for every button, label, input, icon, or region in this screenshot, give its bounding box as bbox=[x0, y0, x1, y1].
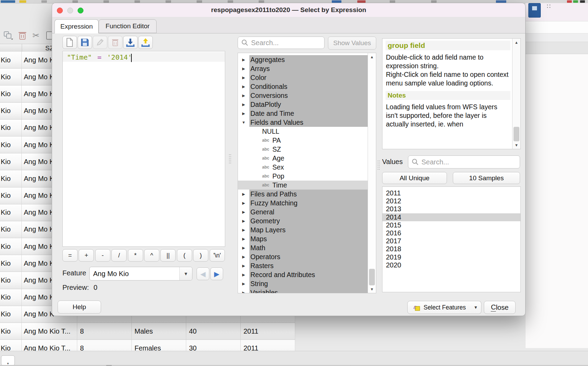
expand-arrow-icon[interactable] bbox=[238, 154, 249, 163]
operator-button[interactable]: + bbox=[79, 249, 94, 262]
values-search-input[interactable]: Search... bbox=[408, 155, 520, 169]
cell-pa[interactable]: Kio bbox=[0, 69, 22, 85]
expand-arrow-icon[interactable] bbox=[238, 145, 249, 154]
function-tree-item[interactable]: abc Geometry bbox=[238, 216, 368, 225]
expand-arrow-icon[interactable] bbox=[238, 163, 249, 172]
operator-button[interactable]: ( bbox=[177, 249, 192, 262]
expand-arrow-icon[interactable] bbox=[238, 234, 249, 243]
cell-pa[interactable]: Kio bbox=[0, 52, 22, 68]
function-tree-item[interactable]: abc Fuzzy Matching bbox=[238, 199, 368, 207]
copy-features-icon[interactable] bbox=[3, 31, 14, 40]
dialog-titlebar[interactable]: respopagesex2011to2020 — Select by Expre… bbox=[52, 3, 525, 17]
cell-pa[interactable]: Kio bbox=[0, 289, 22, 306]
function-tree-item[interactable]: abc Map Layers bbox=[238, 225, 368, 234]
function-tree-item[interactable]: abc DataPlotly bbox=[238, 100, 368, 109]
cell-pa[interactable]: Kio bbox=[0, 136, 22, 153]
cell-sz[interactable]: Ang Mo Kio T... bbox=[22, 323, 77, 339]
minimize-window-icon[interactable] bbox=[67, 8, 73, 13]
ten-samples-button[interactable]: 10 Samples bbox=[453, 172, 520, 184]
value-item[interactable]: 2016 bbox=[382, 229, 520, 237]
function-tree-item[interactable]: abc Time bbox=[238, 181, 368, 190]
expand-arrow-icon[interactable] bbox=[238, 270, 249, 279]
show-values-button[interactable]: Show Values bbox=[328, 37, 376, 50]
feature-select[interactable]: Ang Mo Kio ▼ bbox=[89, 267, 192, 281]
cell-sex[interactable]: Males bbox=[132, 323, 186, 339]
operator-button[interactable]: * bbox=[128, 249, 143, 262]
delete-expression-button[interactable] bbox=[108, 36, 122, 49]
value-item[interactable]: 2020 bbox=[382, 261, 520, 269]
expand-arrow-icon[interactable] bbox=[238, 73, 249, 82]
expand-arrow-icon[interactable] bbox=[238, 181, 249, 190]
cell-pa[interactable]: Kio bbox=[0, 306, 22, 323]
cell-pa[interactable]: Kio bbox=[0, 153, 22, 170]
value-item[interactable]: 2012 bbox=[382, 197, 520, 205]
help-button[interactable]: Help bbox=[58, 301, 101, 314]
function-tree-item[interactable]: abc String bbox=[238, 279, 368, 288]
tab-expression[interactable]: Expression bbox=[54, 19, 99, 33]
close-button[interactable]: Close bbox=[484, 301, 516, 314]
cell-pa[interactable]: Kio bbox=[0, 238, 22, 255]
operator-button[interactable]: '\n' bbox=[210, 249, 225, 262]
expand-arrow-icon[interactable] bbox=[238, 55, 249, 64]
function-tree-item[interactable]: abc SZ bbox=[238, 145, 368, 154]
value-item[interactable]: 2013 bbox=[382, 205, 520, 213]
expand-arrow-icon[interactable] bbox=[238, 225, 249, 234]
value-item[interactable]: 2019 bbox=[382, 253, 520, 261]
scrollbar-thumb[interactable] bbox=[369, 269, 375, 285]
operator-button[interactable]: ) bbox=[193, 249, 208, 262]
cell-pa[interactable]: Kio bbox=[0, 221, 22, 238]
expression-editor[interactable]: "Time"='2014' bbox=[62, 51, 225, 247]
value-item[interactable]: 2018 bbox=[382, 245, 520, 253]
cell-pa[interactable]: Kio bbox=[0, 85, 22, 102]
expand-arrow-icon[interactable] bbox=[238, 100, 249, 109]
scroll-down-icon[interactable]: ▼ bbox=[368, 287, 376, 291]
expand-arrow-icon[interactable] bbox=[238, 207, 249, 216]
cut-features-icon[interactable]: ✂ bbox=[32, 31, 39, 40]
function-tree-item[interactable]: abc Pop bbox=[238, 172, 368, 181]
function-tree-item[interactable]: abc Color bbox=[238, 73, 368, 82]
expand-arrow-icon[interactable] bbox=[238, 243, 249, 252]
scroll-up-icon[interactable]: ▲ bbox=[368, 55, 376, 59]
import-expression-button[interactable] bbox=[123, 36, 138, 49]
function-tree[interactable]: abc Aggregates abc Arrays abc Color bbox=[238, 53, 376, 293]
splitter-handle[interactable] bbox=[377, 160, 380, 170]
function-search-input[interactable]: Search... bbox=[238, 37, 325, 49]
delete-features-icon[interactable] bbox=[18, 31, 27, 40]
expand-arrow-icon[interactable] bbox=[238, 288, 249, 293]
expand-arrow-icon[interactable] bbox=[238, 261, 249, 270]
cell-age[interactable]: 8 bbox=[77, 323, 132, 339]
operator-button[interactable]: ^ bbox=[144, 249, 159, 262]
expand-arrow-icon[interactable] bbox=[238, 136, 249, 145]
function-tree-item[interactable]: abc Age bbox=[238, 154, 368, 163]
scroll-down-icon[interactable]: ▼ bbox=[512, 143, 520, 147]
cell-pa[interactable]: Kio bbox=[0, 204, 22, 221]
function-tree-item[interactable]: abc Math bbox=[238, 243, 368, 252]
cell-pa[interactable]: Kio bbox=[0, 187, 22, 204]
function-tree-item[interactable]: abc Fields and Values bbox=[238, 118, 368, 127]
tab-function-editor[interactable]: Function Editor bbox=[99, 19, 157, 33]
value-item[interactable]: 2015 bbox=[382, 221, 520, 229]
function-tree-item[interactable]: abc Date and Time bbox=[238, 109, 368, 118]
table-view-combo[interactable]: ▾ bbox=[1, 355, 15, 366]
cell-time[interactable]: 2011 bbox=[241, 323, 295, 339]
cell-pop[interactable]: 40 bbox=[186, 323, 241, 339]
expand-arrow-icon[interactable] bbox=[238, 199, 249, 207]
save-expression-button[interactable] bbox=[78, 36, 92, 49]
function-tree-item[interactable]: abc Files and Paths bbox=[238, 190, 368, 199]
expand-arrow-icon[interactable] bbox=[238, 252, 249, 261]
expand-arrow-icon[interactable] bbox=[238, 64, 249, 73]
cell-pa[interactable]: Kio bbox=[0, 255, 22, 272]
cell-pa[interactable]: Kio bbox=[0, 323, 22, 339]
expand-arrow-icon[interactable] bbox=[238, 91, 249, 100]
values-list[interactable]: 2011201220132014201520162017201820192020 bbox=[382, 186, 521, 292]
function-tree-item[interactable]: abc Record and Attributes bbox=[238, 270, 368, 279]
expand-arrow-icon[interactable] bbox=[238, 118, 249, 127]
splitter-handle[interactable] bbox=[229, 154, 231, 164]
function-tree-item[interactable]: abc PA bbox=[238, 136, 368, 145]
operator-button[interactable]: || bbox=[160, 249, 176, 262]
function-tree-item[interactable]: abc Conversions bbox=[238, 91, 368, 100]
function-tree-item[interactable]: abc Variables bbox=[238, 288, 368, 293]
cell-pa[interactable]: Kio bbox=[0, 272, 22, 288]
function-tree-item[interactable]: abc Arrays bbox=[238, 64, 368, 73]
export-expression-button[interactable] bbox=[138, 36, 153, 49]
